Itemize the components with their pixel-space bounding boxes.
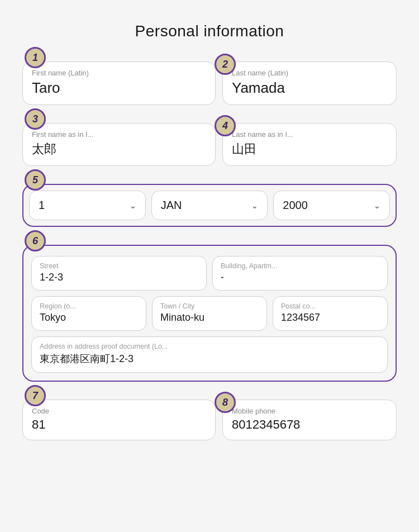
names-section: 1 First name (Latin) Taro 2 Last name (L… [22, 56, 397, 105]
dob-month-select[interactable]: JAN ⌄ [151, 191, 268, 220]
phone-row: Code 81 8 Mobile phone 8012345678 [22, 400, 397, 440]
last-name-latin-label: Last name (Latin) [232, 69, 387, 77]
region-value: Tokyo [40, 312, 138, 324]
names-row-1: First name (Latin) Taro 2 Last name (Lat… [22, 61, 397, 105]
page-container: Personal information 1 First name (Latin… [11, 11, 408, 463]
mobile-field[interactable]: Mobile phone 8012345678 [222, 400, 397, 440]
postal-field[interactable]: Postal co... 1234567 [273, 296, 388, 331]
building-value: - [221, 272, 379, 283]
last-name-local-value: 山田 [232, 141, 387, 158]
dob-section: 5 1 ⌄ JAN ⌄ 2000 ⌄ [22, 178, 397, 227]
mobile-label: Mobile phone [232, 407, 387, 415]
last-name-local-label: Last name as in I... [232, 130, 387, 139]
dob-month-value: JAN [161, 199, 182, 212]
street-field[interactable]: Street 1-2-3 [31, 256, 207, 291]
names-row-2: First name as in I... 太郎 4 Last name as … [22, 123, 397, 166]
code-field[interactable]: Code 81 [22, 400, 216, 440]
page-title: Personal information [22, 22, 397, 40]
region-field[interactable]: Region (o... Tokyo [31, 296, 146, 331]
postal-value: 1234567 [281, 312, 379, 324]
badge-8: 8 [215, 392, 236, 413]
dob-year-chevron: ⌄ [374, 201, 380, 210]
first-name-local-label: First name as in I... [32, 130, 206, 139]
local-names-section: 3 First name as in I... 太郎 4 Last name a… [22, 117, 397, 166]
dob-row: 1 ⌄ JAN ⌄ 2000 ⌄ [29, 191, 390, 220]
address-full-value: 東京都港区南町1-2-3 [40, 352, 379, 365]
phone-section: 7 Code 81 8 Mobile phone 8012345678 [22, 394, 397, 440]
last-name-local-field[interactable]: Last name as in I... 山田 [222, 123, 397, 166]
region-label: Region (o... [40, 302, 138, 310]
dob-day-value: 1 [39, 199, 45, 212]
dob-month-chevron: ⌄ [251, 201, 258, 210]
address-row-3: Address in address proof document (Lo...… [31, 336, 388, 373]
badge-5: 5 [25, 169, 46, 191]
code-value: 81 [32, 417, 206, 432]
badge-6: 6 [25, 230, 46, 251]
badge-4: 4 [215, 115, 236, 136]
mobile-value: 8012345678 [232, 417, 387, 432]
address-full-label: Address in address proof document (Lo... [40, 343, 379, 350]
badge-3: 3 [25, 108, 46, 130]
code-label: Code [32, 407, 206, 415]
dob-year-value: 2000 [283, 199, 308, 212]
city-field[interactable]: Town / City Minato-ku [152, 296, 267, 331]
address-full-field[interactable]: Address in address proof document (Lo...… [31, 336, 388, 373]
address-row-2: Region (o... Tokyo Town / City Minato-ku… [31, 296, 388, 331]
city-value: Minato-ku [160, 312, 259, 324]
last-name-latin-field[interactable]: Last name (Latin) Yamada [222, 61, 397, 105]
street-value: 1-2-3 [40, 272, 198, 283]
address-row-1: Street 1-2-3 Building, Apartm... - [31, 256, 388, 291]
badge-1: 1 [25, 47, 46, 68]
badge-2: 2 [215, 54, 236, 75]
street-label: Street [40, 262, 198, 270]
dob-day-select[interactable]: 1 ⌄ [29, 191, 146, 220]
address-section: 6 Street 1-2-3 Building, Apartm... - [22, 239, 397, 382]
building-label: Building, Apartm... [221, 262, 379, 270]
first-name-local-value: 太郎 [32, 141, 206, 158]
building-field[interactable]: Building, Apartm... - [212, 256, 388, 291]
first-name-latin-field[interactable]: First name (Latin) Taro [22, 61, 216, 105]
last-name-latin-value: Yamada [232, 79, 387, 97]
city-label: Town / City [160, 302, 259, 310]
dob-day-chevron: ⌄ [130, 201, 136, 210]
badge-7: 7 [25, 385, 46, 406]
dob-year-select[interactable]: 2000 ⌄ [273, 191, 390, 220]
first-name-local-field[interactable]: First name as in I... 太郎 [22, 123, 216, 166]
first-name-latin-label: First name (Latin) [32, 69, 206, 77]
first-name-latin-value: Taro [32, 79, 206, 97]
postal-label: Postal co... [281, 302, 379, 310]
